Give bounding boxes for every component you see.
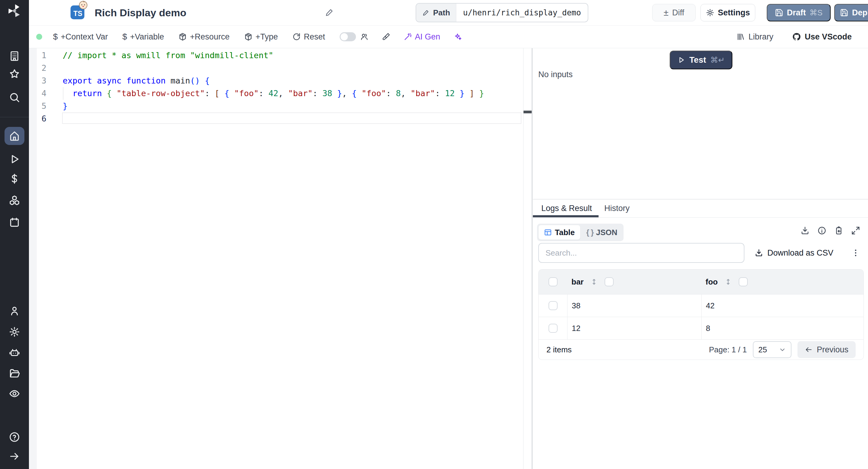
sort-icon[interactable] [590, 278, 598, 286]
tab-logs-result[interactable]: Logs & Result [541, 204, 592, 213]
sidebar-item-audit-logs[interactable] [0, 385, 29, 402]
view-table-button[interactable]: Table [538, 225, 580, 240]
help-icon [9, 431, 20, 443]
code-editor[interactable]: 1// import * as wmill from "windmill-cli… [29, 48, 532, 469]
gear-icon [706, 8, 714, 17]
sidebar-item-favorites[interactable] [0, 65, 29, 82]
info-icon[interactable] [817, 226, 827, 235]
page-size-select[interactable]: 25 [753, 341, 792, 358]
sidebar-item-users[interactable] [0, 303, 29, 319]
cubes-icon [9, 195, 20, 206]
use-vscode-button[interactable]: Use VScode [792, 32, 852, 41]
library-button[interactable]: Library [736, 32, 773, 41]
home-icon [9, 130, 20, 142]
code-line[interactable]: 1// import * as wmill from "windmill-cli… [29, 49, 523, 62]
search-icon [9, 92, 20, 103]
panel-divider [533, 199, 868, 199]
line-number: 3 [29, 74, 46, 87]
sidebar-item-schedules[interactable] [0, 214, 29, 231]
sidebar-item-resources[interactable] [0, 192, 29, 209]
run-result-panel: Test ⌘↵ No inputs Logs & Result History … [533, 48, 868, 469]
search-input[interactable] [538, 243, 744, 263]
robot-icon [9, 347, 20, 358]
table-cell: 42 [701, 294, 864, 317]
line-number: 4 [29, 87, 46, 100]
sparkles-icon[interactable] [454, 33, 462, 41]
tab-history[interactable]: History [604, 204, 629, 213]
plus-minus-icon: ± [664, 8, 669, 17]
sidebar-item-variables[interactable] [0, 170, 29, 187]
package-icon [179, 33, 187, 41]
sidebar-item-expand[interactable] [0, 448, 29, 465]
multiplayer-toggle[interactable] [340, 32, 356, 41]
row-checkbox[interactable] [549, 324, 558, 333]
collaborators-icon[interactable] [360, 33, 369, 41]
add-type-button[interactable]: +Type [244, 32, 278, 41]
format-code-icon[interactable] [382, 33, 390, 41]
download-icon[interactable] [801, 226, 809, 235]
test-button[interactable]: Test ⌘↵ [670, 51, 733, 69]
sidebar-item-workers[interactable] [0, 344, 29, 361]
deploy-button[interactable]: Deploy [834, 4, 868, 22]
ai-gen-button[interactable]: AI Gen [404, 32, 440, 41]
sidebar-item-search[interactable] [0, 89, 29, 106]
code-line[interactable]: 4 return { "table-row-object": [ { "foo"… [29, 87, 523, 100]
draft-button[interactable]: Draft ⌘S [767, 4, 831, 22]
row-checkbox[interactable] [549, 301, 558, 310]
package-icon [244, 33, 253, 41]
arrow-left-icon [805, 346, 812, 353]
sidebar-item-runs[interactable] [0, 151, 29, 167]
sort-icon[interactable] [724, 278, 732, 286]
library-icon [736, 33, 745, 41]
windmill-script-editor: TS Rich Display demo Path u/henri/rich_d… [0, 0, 868, 469]
sidebar-item-home[interactable] [0, 127, 29, 145]
top-header: TS Rich Display demo Path u/henri/rich_d… [29, 0, 868, 26]
diff-button[interactable]: ± Diff [652, 4, 695, 22]
sidebar-item-help[interactable] [0, 429, 29, 445]
sidebar-item-workspace[interactable] [0, 48, 29, 64]
sidebar-item-folders[interactable] [0, 365, 29, 382]
save-icon [840, 8, 848, 17]
sidebar-item-settings[interactable] [0, 323, 29, 340]
download-csv-button[interactable]: Download as CSV [755, 243, 833, 263]
code-line[interactable]: 5} [29, 100, 523, 113]
draft-shortcut: ⌘S [809, 8, 823, 18]
panel-splitter[interactable] [532, 48, 532, 469]
path-field[interactable]: Path u/henri/rich_display_demo [415, 3, 588, 22]
dollar-icon: $ [53, 32, 58, 41]
path-label: Path [416, 4, 456, 22]
table-row: 3842 [538, 294, 864, 317]
active-tab-underline [533, 215, 598, 217]
line-number: 5 [29, 100, 46, 113]
view-json-button[interactable]: { } JSON [581, 225, 622, 240]
result-actions [801, 226, 860, 235]
test-shortcut: ⌘↵ [710, 56, 725, 65]
sidebar-divider [0, 117, 29, 117]
reset-button[interactable]: Reset [292, 32, 325, 41]
no-inputs-text: No inputs [538, 70, 572, 79]
brush-icon [382, 33, 390, 41]
braces-icon: { } [586, 228, 593, 237]
column-bar-checkbox[interactable] [604, 277, 614, 286]
clipboard-copy-icon[interactable] [834, 226, 843, 235]
code-line[interactable]: 2 [29, 62, 523, 74]
people-icon [360, 33, 369, 41]
table-cell: 38 [567, 294, 701, 317]
windmill-logo-icon[interactable] [7, 3, 22, 19]
line-number: 1 [29, 49, 46, 62]
column-header-bar[interactable]: bar [571, 277, 584, 287]
code-line[interactable]: 3export async function main() { [29, 74, 523, 87]
edit-summary-icon[interactable] [325, 8, 334, 17]
column-foo-checkbox[interactable] [739, 277, 748, 286]
select-all-checkbox[interactable] [549, 277, 558, 286]
add-variable-button[interactable]: $ +Variable [122, 32, 164, 41]
settings-button[interactable]: Settings [701, 4, 755, 22]
add-context-var-button[interactable]: $ +Context Var [53, 32, 108, 41]
pencil-icon [422, 9, 430, 16]
table-options-button[interactable] [851, 243, 860, 263]
column-header-foo[interactable]: foo [706, 277, 718, 287]
previous-page-button[interactable]: Previous [798, 341, 856, 358]
dollar-icon: $ [122, 32, 127, 41]
expand-icon[interactable] [851, 226, 860, 235]
add-resource-button[interactable]: +Resource [179, 32, 229, 41]
